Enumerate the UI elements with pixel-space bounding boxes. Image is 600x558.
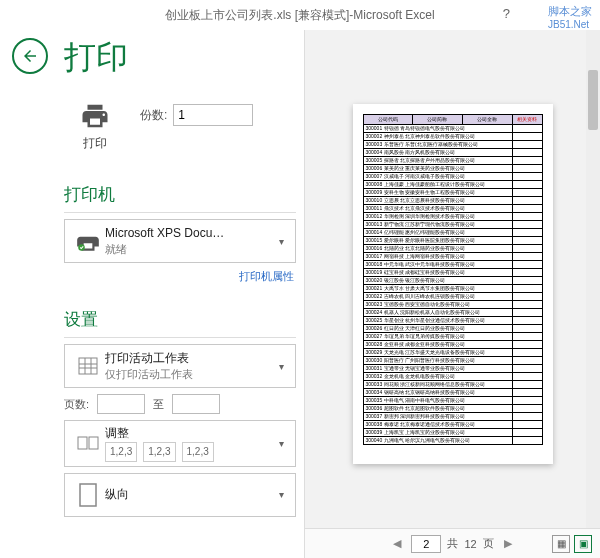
copies-input[interactable]	[173, 104, 253, 126]
svg-rect-7	[89, 437, 98, 449]
site-brand: 脚本之家 JB51.Net	[548, 4, 592, 30]
printer-section: 打印机	[64, 183, 296, 206]
arrow-left-icon	[21, 47, 39, 65]
printer-properties-link[interactable]: 打印机属性	[64, 269, 294, 284]
app-name: Microsoft Excel	[353, 8, 434, 22]
back-button[interactable]	[12, 38, 48, 74]
page-title: 打印	[64, 36, 296, 80]
copies-label: 份数:	[140, 107, 167, 124]
print-what-selector[interactable]: 打印活动工作表 仅打印活动工作表 ▾	[64, 344, 296, 388]
chevron-down-icon: ▾	[279, 361, 289, 372]
chevron-down-icon: ▾	[279, 489, 289, 500]
file-name: 创业板上市公司列表.xls	[165, 7, 291, 24]
page-range: 页数: 至	[64, 394, 296, 414]
printer-status: 就绪	[105, 242, 279, 257]
preview-page: 公司代码公司简称公司全称相关资料300001 特锐德 青岛特锐德电气股份有限公司…	[353, 104, 553, 464]
zoom-to-page-button[interactable]: ▣	[574, 535, 592, 553]
svg-rect-1	[79, 358, 97, 374]
portrait-icon	[71, 478, 105, 512]
chevron-down-icon: ▾	[279, 236, 289, 247]
preview-pane: 公司代码公司简称公司全称相关资料300001 特锐德 青岛特锐德电气股份有限公司…	[304, 30, 600, 558]
settings-section: 设置	[64, 308, 296, 331]
svg-point-0	[78, 244, 85, 251]
prev-page-button[interactable]: ◀	[389, 537, 405, 550]
printer-icon	[78, 101, 112, 131]
sheets-icon	[71, 349, 105, 383]
preview-scrollbar[interactable]	[586, 30, 600, 528]
collate-selector[interactable]: 调整 1,2,3 1,2,3 1,2,3 ▾	[64, 420, 296, 467]
svg-rect-8	[80, 484, 96, 506]
help-icon[interactable]: ?	[503, 6, 510, 21]
page-number-input[interactable]	[411, 535, 441, 553]
show-margins-button[interactable]: ▦	[552, 535, 570, 553]
print-button[interactable]: 打印	[64, 94, 126, 159]
page-to-input[interactable]	[172, 394, 220, 414]
svg-rect-6	[78, 437, 87, 449]
printer-device-icon	[71, 224, 105, 258]
printer-selector[interactable]: Microsoft XPS Docu… 就绪 ▾	[64, 219, 296, 263]
total-pages: 12	[464, 538, 476, 550]
page-from-input[interactable]	[97, 394, 145, 414]
collate-icon	[71, 426, 105, 460]
printer-name: Microsoft XPS Docu…	[105, 225, 279, 242]
chevron-down-icon: ▾	[279, 438, 289, 449]
orientation-selector[interactable]: 纵向 ▾	[64, 473, 296, 517]
compat-mode: [兼容模式]	[295, 7, 350, 24]
titlebar: 创业板上市公司列表.xls [兼容模式] - Microsoft Excel ?…	[0, 0, 600, 30]
next-page-button[interactable]: ▶	[500, 537, 516, 550]
